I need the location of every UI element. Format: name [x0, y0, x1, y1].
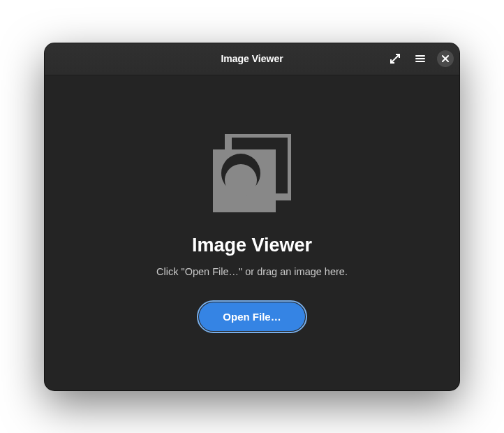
- hamburger-icon: [415, 53, 426, 64]
- close-button[interactable]: [437, 50, 454, 67]
- window-title: Image Viewer: [221, 53, 283, 64]
- titlebar-controls: [387, 50, 454, 67]
- close-icon: [442, 55, 449, 62]
- fullscreen-button[interactable]: [387, 50, 403, 67]
- fullscreen-icon: [390, 53, 401, 64]
- titlebar: Image Viewer: [45, 43, 459, 75]
- empty-state-subtext: Click "Open File…" or drag an image here…: [156, 266, 348, 277]
- image-placeholder-icon: [213, 134, 291, 212]
- svg-point-8: [225, 164, 257, 196]
- empty-state[interactable]: Image Viewer Click "Open File…" or drag …: [45, 75, 459, 390]
- menu-button[interactable]: [412, 50, 429, 67]
- open-file-button[interactable]: Open File…: [199, 302, 304, 331]
- app-window: Image Viewer: [45, 43, 459, 390]
- empty-state-heading: Image Viewer: [192, 235, 312, 256]
